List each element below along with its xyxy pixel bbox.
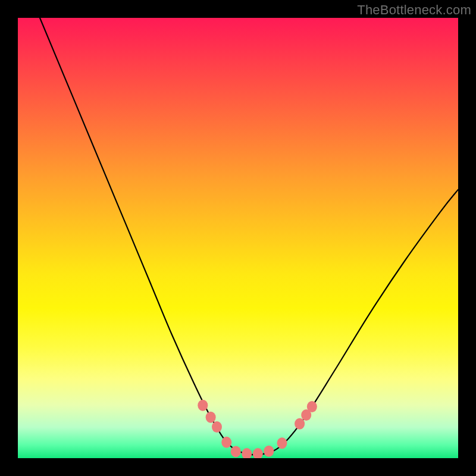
- curve-marker: [295, 418, 305, 430]
- curve-marker: [206, 412, 216, 423]
- plot-area: [18, 18, 458, 458]
- bottleneck-curve: [18, 18, 458, 458]
- curve-marker: [277, 437, 287, 449]
- curve-marker: [242, 448, 252, 458]
- curve-marker: [212, 421, 222, 433]
- curve-marker: [231, 446, 241, 457]
- watermark-text: TheBottleneck.com: [357, 2, 471, 18]
- chart-frame: TheBottleneck.com: [0, 0, 476, 476]
- curve-marker: [198, 400, 208, 411]
- curve-marker: [221, 437, 231, 448]
- curve-marker: [264, 446, 274, 457]
- curve-marker: [253, 448, 263, 458]
- curve-marker: [307, 401, 317, 412]
